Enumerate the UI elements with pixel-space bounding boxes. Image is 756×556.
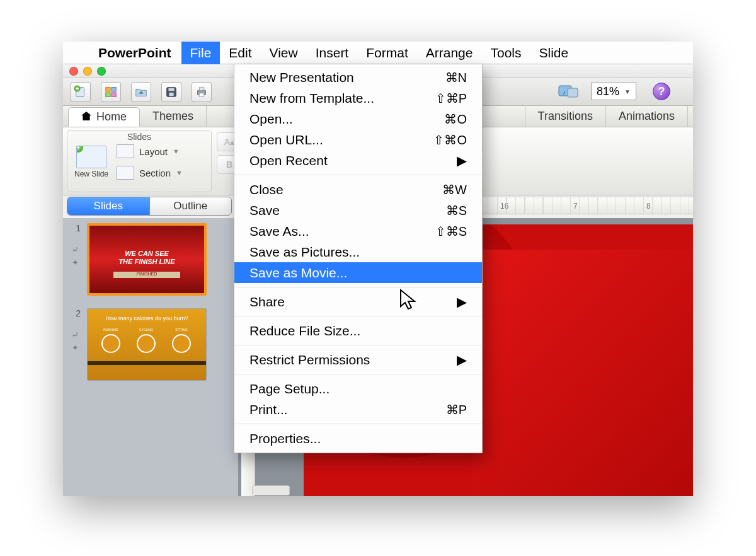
menu-separator xyxy=(234,374,482,374)
menu-item-shortcut: ⌘S xyxy=(446,203,467,218)
menu-item-shortcut: ⇧⌘O xyxy=(433,132,467,148)
window-close-button[interactable] xyxy=(69,67,78,76)
zoom-value: 81% xyxy=(597,85,619,98)
svg-rect-10 xyxy=(199,87,203,90)
menu-item-properties[interactable]: Properties... xyxy=(234,428,482,449)
menu-item-label: Open Recent xyxy=(249,153,328,168)
menu-slide[interactable]: Slide xyxy=(530,42,577,64)
menu-separator xyxy=(234,345,482,345)
submenu-arrow-icon: ▶ xyxy=(457,294,467,310)
tab-home[interactable]: Home xyxy=(68,107,140,127)
menu-item-restrict-permissions[interactable]: Restrict Permissions▶ xyxy=(234,349,482,370)
menubar: PowerPoint File Edit View Insert Format … xyxy=(63,42,693,64)
menu-item-page-setup[interactable]: Page Setup... xyxy=(234,378,482,399)
slide-thumbnail[interactable]: 1 ⤾ ✦ WE CAN SEETHE FINISH LINE FINISHED xyxy=(69,223,232,296)
menu-item-label: Save xyxy=(249,203,280,218)
chevron-down-icon: ▼ xyxy=(624,88,631,95)
slide-thumbnail[interactable]: 2 ⤾ ✦ How many calories do you burn? RUN… xyxy=(69,308,232,381)
menu-edit[interactable]: Edit xyxy=(220,42,260,64)
animation-icon: ✦ xyxy=(72,343,81,352)
menu-item-save-as-movie[interactable]: Save as Movie... xyxy=(234,262,482,283)
save-icon[interactable] xyxy=(161,82,181,102)
tab-home-label: Home xyxy=(96,110,127,124)
menu-item-label: Print... xyxy=(249,402,288,417)
menu-item-shortcut: ⌘N xyxy=(445,70,467,85)
layout-button[interactable]: Layout▼ xyxy=(117,144,183,158)
menu-view[interactable]: View xyxy=(261,42,307,64)
menu-item-label: New Presentation xyxy=(249,70,354,85)
menu-format[interactable]: Format xyxy=(357,42,417,64)
menu-item-new-from-template[interactable]: New from Template...⇧⌘P xyxy=(234,88,482,108)
svg-rect-5 xyxy=(112,92,116,96)
tab-themes[interactable]: Themes xyxy=(140,106,207,127)
gallery-icon[interactable] xyxy=(101,82,121,102)
toggle-slides[interactable]: Slides xyxy=(67,197,149,215)
window-zoom-button[interactable] xyxy=(97,67,106,76)
slide-1-text-1: WE CAN SEE xyxy=(125,250,169,257)
menu-file[interactable]: File xyxy=(181,42,220,64)
tab-animations[interactable]: Animations xyxy=(606,106,688,127)
menu-item-save-as-pictures[interactable]: Save as Pictures... xyxy=(234,241,482,262)
open-icon[interactable] xyxy=(131,82,151,102)
menu-separator xyxy=(234,287,482,287)
new-document-icon[interactable] xyxy=(71,82,91,102)
menu-item-close[interactable]: Close⌘W xyxy=(234,179,482,200)
menu-item-label: Close xyxy=(249,182,284,197)
app-frame: PowerPoint File Edit View Insert Format … xyxy=(63,42,693,496)
svg-text:♪: ♪ xyxy=(563,89,566,96)
section-label: Section xyxy=(139,168,171,178)
menu-item-label: Properties... xyxy=(249,431,321,446)
slide-number: 2 xyxy=(69,308,81,318)
tab-transitions[interactable]: Transitions xyxy=(525,106,606,127)
new-slide-label: New Slide xyxy=(74,170,109,178)
menu-item-shortcut: ⌘W xyxy=(442,182,467,197)
slide-1-preview[interactable]: WE CAN SEETHE FINISH LINE FINISHED xyxy=(87,223,207,296)
menu-item-open[interactable]: Open...⌘O xyxy=(234,108,482,129)
layout-label: Layout xyxy=(139,146,168,157)
menu-item-label: Reduce File Size... xyxy=(249,323,360,339)
menu-item-label: Save as Pictures... xyxy=(249,245,360,260)
menu-item-open-url[interactable]: Open URL...⇧⌘O xyxy=(234,129,482,150)
submenu-arrow-icon: ▶ xyxy=(457,352,467,368)
slide-2-label-1: RUNNING xyxy=(101,328,120,332)
app-name[interactable]: PowerPoint xyxy=(88,45,181,61)
menu-separator xyxy=(234,424,482,424)
menu-item-share[interactable]: Share▶ xyxy=(234,291,482,312)
svg-rect-8 xyxy=(169,92,173,96)
media-browser-icon[interactable]: ♪ xyxy=(558,83,580,100)
menu-item-open-recent[interactable]: Open Recent▶ xyxy=(234,150,482,171)
menu-item-new-presentation[interactable]: New Presentation⌘N xyxy=(234,67,482,88)
menu-item-label: Open URL... xyxy=(249,132,323,148)
ribbon-group-slides-title: Slides xyxy=(127,130,151,144)
slide-2-title: How many calories do you burn? xyxy=(88,315,206,321)
svg-rect-7 xyxy=(168,88,174,91)
menu-item-save-as[interactable]: Save As...⇧⌘S xyxy=(234,221,482,241)
menu-item-label: Save as Movie... xyxy=(249,265,347,281)
new-slide-button[interactable]: + New Slide xyxy=(74,146,109,178)
view-switcher[interactable] xyxy=(252,485,290,495)
menu-item-label: Share xyxy=(249,294,285,310)
section-button[interactable]: Section▼ xyxy=(117,166,183,180)
menu-item-label: Restrict Permissions xyxy=(249,352,370,368)
menu-item-shortcut: ⇧⌘S xyxy=(435,224,467,239)
toggle-outline[interactable]: Outline xyxy=(149,197,232,215)
ribbon-group-slides: Slides + New Slide Layout▼ Section▼ xyxy=(67,130,212,192)
print-icon[interactable] xyxy=(192,82,212,102)
svg-rect-2 xyxy=(106,87,110,91)
menu-item-shortcut: ⌘O xyxy=(444,112,467,127)
menu-item-print[interactable]: Print...⌘P xyxy=(234,399,482,420)
menu-item-save[interactable]: Save⌘S xyxy=(234,200,482,221)
menu-item-shortcut: ⇧⌘P xyxy=(435,91,467,106)
menu-item-label: Page Setup... xyxy=(249,381,329,397)
zoom-select[interactable]: 81% ▼ xyxy=(591,83,636,100)
slide-2-label-3: SITTING xyxy=(172,328,191,332)
home-icon xyxy=(81,110,91,124)
menu-separator xyxy=(234,175,482,175)
help-icon[interactable]: ? xyxy=(653,83,670,100)
menu-tools[interactable]: Tools xyxy=(481,42,530,64)
menu-insert[interactable]: Insert xyxy=(307,42,358,64)
menu-arrange[interactable]: Arrange xyxy=(417,42,482,64)
menu-item-reduce-file-size[interactable]: Reduce File Size... xyxy=(234,320,482,341)
window-minimize-button[interactable] xyxy=(83,67,92,76)
slide-2-preview[interactable]: How many calories do you burn? RUNNING C… xyxy=(87,308,207,381)
